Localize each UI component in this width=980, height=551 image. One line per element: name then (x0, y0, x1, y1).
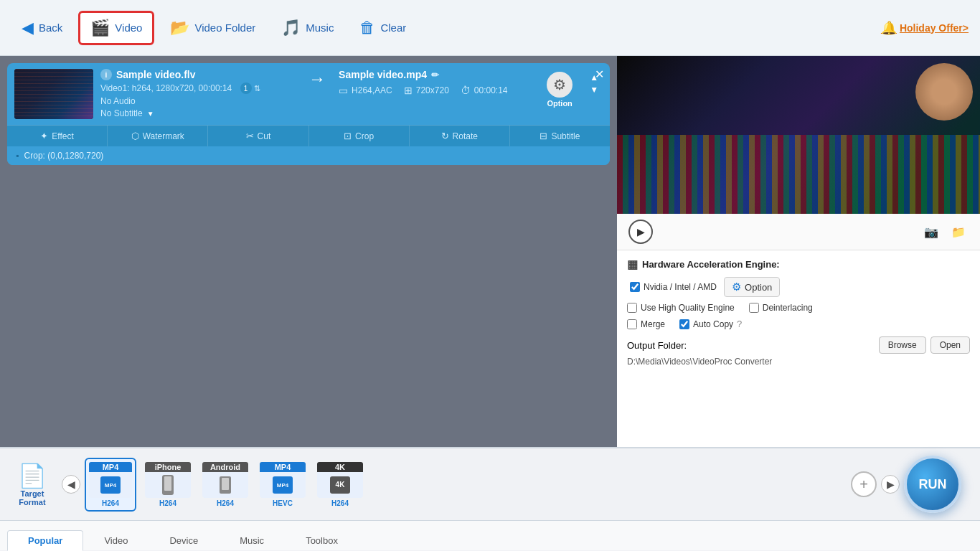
player-right-controls: 📷 📁 (921, 222, 969, 242)
codec-option-button[interactable]: ⚙ Option (541, 69, 578, 110)
tab-music[interactable]: Music (219, 530, 285, 550)
nvidia-checkbox[interactable] (630, 282, 640, 292)
format-mp4-hevc-icon-area: MP4 (260, 472, 306, 498)
player-controls: ▶ 📷 📁 (617, 214, 980, 250)
run-button[interactable]: RUN (904, 456, 961, 513)
output-folder-label: Output Folder: (627, 340, 687, 351)
target-format-label: Target Format (7, 489, 57, 507)
tab-effect[interactable]: ✦ Effect (7, 126, 108, 146)
deinterlacing-wrap[interactable]: Deinterlacing (749, 303, 813, 313)
svg-rect-3 (164, 476, 171, 491)
right-panel: ▶ 📷 📁 ▦ Hardware Acceleration Engine: (617, 56, 980, 447)
auto-copy-checkbox[interactable] (679, 319, 689, 329)
output-specs: ▭ H264,AAC ⊞ 720x720 ⏱ 00:00:14 (339, 85, 534, 96)
back-label: Back (39, 22, 62, 34)
tab-crop[interactable]: ⊡ Crop (309, 126, 410, 146)
rotate-label: Rotate (453, 131, 478, 141)
info-icon: i (100, 69, 112, 80)
tab-toolbox[interactable]: Toolbox (285, 530, 359, 550)
tab-watermark[interactable]: ⬡ Watermark (108, 126, 208, 146)
merge-checkbox[interactable] (627, 319, 637, 329)
next-format-button[interactable]: ▶ (881, 475, 900, 494)
back-button[interactable]: ◀ Back (11, 13, 72, 43)
duration-value: 00:00:14 (474, 85, 508, 95)
convert-arrow: → (303, 69, 331, 89)
high-quality-checkbox[interactable] (627, 303, 637, 313)
format-4k[interactable]: 4K 4K H264 (314, 459, 366, 510)
holiday-offer-link[interactable]: 🔔 Holiday Offer> (881, 20, 969, 36)
auto-copy-wrap[interactable]: Auto Copy ? (679, 319, 742, 329)
clear-button[interactable]: 🗑 Clear (349, 13, 416, 43)
video-button[interactable]: 🎬 Video (78, 11, 154, 45)
audio-row: No Audio (100, 96, 296, 106)
folder-path-text: D:\Media\Videos\VideoProc Converter (627, 357, 772, 367)
preview-stripes (617, 135, 980, 214)
format-android[interactable]: Android H264 (199, 459, 251, 510)
rotate-icon: ↻ (441, 131, 449, 141)
toolbox-label: Toolbox (306, 535, 338, 546)
close-button[interactable]: ✕ (595, 67, 604, 81)
watermark-label: Watermark (143, 131, 184, 141)
format-mp4-h264[interactable]: MP4 MP4 H264 (85, 458, 136, 512)
screenshot-button[interactable]: 📷 (921, 222, 941, 242)
input-name-row: i Sample video.flv (100, 69, 296, 80)
play-button[interactable]: ▶ (628, 220, 653, 244)
crop-label: Crop (355, 131, 374, 141)
video-card-header: i Sample video.flv Video1: h264, 1280x72… (7, 63, 610, 119)
svg-text:MP4: MP4 (105, 482, 117, 489)
input-meta-text: Video1: h264, 1280x720, 00:00:14 (100, 83, 232, 93)
merge-row: Merge Auto Copy ? (627, 319, 970, 329)
bell-icon: 🔔 (881, 20, 897, 36)
tab-cut[interactable]: ✂ Cut (208, 126, 308, 146)
tab-subtitle[interactable]: ⊟ Subtitle (510, 126, 610, 146)
codec-spec: ▭ H264,AAC (339, 85, 392, 96)
crop-bullet: ▪ (16, 151, 19, 161)
open-button[interactable]: Open (930, 336, 970, 354)
browse-button[interactable]: Browse (879, 336, 926, 354)
format-iphone-icon-area (145, 472, 191, 498)
play-icon: ▶ (637, 226, 645, 237)
clear-label: Clear (380, 22, 406, 34)
thumb-overlay (14, 69, 93, 119)
option-button[interactable]: ⚙ Option (724, 277, 780, 297)
merge-wrap[interactable]: Merge (627, 319, 665, 329)
add-format-button[interactable]: + (851, 471, 877, 497)
nvidia-row: Nvidia / Intel / AMD ⚙ Option (627, 277, 970, 297)
output-folder-row: Output Folder: Browse Open (627, 336, 970, 354)
subtitle-dropdown-arrow[interactable]: ▼ (147, 110, 154, 118)
format-iphone[interactable]: iPhone H264 (142, 459, 194, 510)
help-icon[interactable]: ? (737, 319, 742, 329)
format-mp4-icon-area: MP4 (89, 472, 132, 498)
video-folder-button[interactable]: 📂 Video Folder (160, 13, 265, 43)
nvidia-checkbox-wrap[interactable]: Nvidia / Intel / AMD (630, 282, 717, 292)
codec-spec-icon: ▭ (339, 85, 348, 96)
codec-value: H264,AAC (352, 85, 392, 95)
video-icon: 🎬 (90, 19, 110, 37)
tab-rotate[interactable]: ↻ Rotate (410, 126, 510, 146)
video-label: Video (115, 22, 142, 34)
popular-label: Popular (28, 535, 62, 546)
tab-video[interactable]: Video (83, 530, 149, 550)
scroll-down-button[interactable]: ▼ (590, 84, 598, 96)
svg-rect-5 (222, 478, 229, 490)
trash-icon: 🗑 (359, 19, 375, 37)
nvidia-label: Nvidia / Intel / AMD (644, 282, 717, 292)
format-mp4-hevc[interactable]: MP4 MP4 HEVC (257, 459, 308, 510)
tab-popular[interactable]: Popular (7, 530, 83, 551)
output-folder-open-button[interactable]: 📁 (948, 222, 969, 242)
resolution-spec: ⊞ 720x720 (404, 85, 449, 96)
holiday-label: Holiday Offer> (900, 22, 969, 34)
high-quality-wrap[interactable]: Use High Quality Engine (627, 303, 735, 313)
audio-label: No Audio (100, 96, 136, 106)
prev-format-button[interactable]: ◀ (62, 475, 80, 494)
edit-icon[interactable]: ✏ (431, 70, 439, 80)
deinterlacing-checkbox[interactable] (749, 303, 759, 313)
music-button[interactable]: 🎵 Music (271, 13, 344, 43)
target-format-button[interactable]: 📄 Target Format (7, 462, 57, 507)
tab-device[interactable]: Device (149, 530, 219, 550)
left-panel: ✕ i Sample video.flv Video1: h264, 1280x… (0, 56, 617, 447)
edit-tabs: ✦ Effect ⬡ Watermark ✂ Cut ⊡ Crop ↻ Ro (7, 125, 610, 146)
option-gear-icon: ⚙ (732, 281, 741, 293)
duration-spec: ⏱ 00:00:14 (461, 85, 508, 96)
cut-icon: ✂ (246, 131, 254, 141)
